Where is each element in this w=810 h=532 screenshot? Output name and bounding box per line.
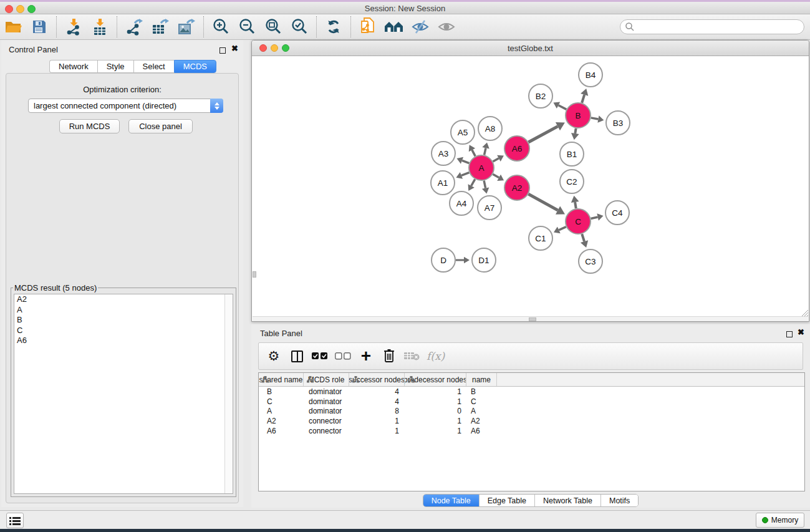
edge-B-B1[interactable] — [575, 128, 576, 133]
cell-predecessor-nodes: 1 — [405, 397, 466, 406]
table-row[interactable]: Adominator80A — [259, 407, 804, 417]
open-session-file-icon[interactable] — [357, 16, 378, 37]
export-image-icon[interactable] — [176, 16, 197, 37]
column-header-filler — [497, 373, 804, 386]
edge-A-A2[interactable] — [493, 174, 499, 178]
toolbar-separator — [350, 16, 351, 37]
edge-B-B2[interactable] — [559, 105, 567, 110]
table-row[interactable]: Bdominator41B — [259, 387, 804, 397]
add-column-icon[interactable]: + — [357, 347, 375, 365]
mcds-result-list[interactable]: A2ABCA6 — [14, 294, 233, 494]
dropdown-stepper-icon — [210, 99, 223, 113]
refresh-icon[interactable] — [323, 16, 344, 37]
edge-A-A1[interactable] — [461, 173, 469, 176]
network-window-titlebar[interactable]: testGlobe.txt — [252, 41, 809, 56]
mcds-list-scrollbar[interactable] — [224, 294, 233, 493]
edge-A-A8[interactable] — [485, 148, 486, 155]
float-table-panel-icon[interactable] — [786, 329, 793, 340]
search-box[interactable] — [620, 19, 804, 34]
arrowhead-A-A7 — [482, 187, 489, 193]
delete-column-icon[interactable] — [380, 347, 398, 365]
graph-node-label-A8: A8 — [485, 124, 496, 133]
network-horizontal-scroll-thumb[interactable] — [529, 317, 536, 321]
close-panel-button[interactable]: Close panel — [128, 119, 193, 133]
cell-successor-nodes: 4 — [349, 397, 405, 406]
mcds-result-item[interactable]: C — [14, 326, 233, 336]
edge-A-A6[interactable] — [493, 158, 498, 162]
table-settings-icon[interactable]: ⚙ — [265, 347, 282, 365]
table-row[interactable]: A6connector11A6 — [259, 426, 804, 436]
mcds-result-item[interactable]: A2 — [14, 294, 233, 305]
column-header-successor-nodes[interactable]: successor nodes — [349, 373, 405, 386]
network-canvas[interactable]: B4B2BB3A8A5A6A3B1AC2A1A2A4A7C4CC1DD1C3 — [253, 56, 808, 317]
save-session-icon[interactable] — [29, 16, 50, 37]
mcds-result-item[interactable]: A6 — [14, 336, 233, 346]
cell-shared-name: C — [259, 397, 304, 406]
mcds-result-item[interactable]: B — [14, 315, 233, 326]
control-tab-network[interactable]: Network — [49, 60, 97, 73]
cell-successor-nodes: 8 — [349, 407, 405, 415]
edge-A-A5[interactable] — [472, 150, 475, 156]
tab-motifs[interactable]: Motifs — [601, 495, 638, 506]
network-graph[interactable]: B4B2BB3A8A5A6A3B1AC2A1A2A4A7C4CC1DD1C3 — [253, 56, 808, 317]
select-all-columns-icon[interactable] — [311, 347, 329, 365]
show-graphics-details-icon[interactable] — [436, 16, 457, 37]
column-header-MCDS-role[interactable]: MCDS role — [304, 373, 349, 386]
tab-network-table[interactable]: Network Table — [535, 495, 601, 506]
cell-predecessor-nodes: 1 — [405, 387, 466, 396]
split-panel-icon[interactable] — [288, 347, 306, 365]
import-table-icon[interactable] — [89, 16, 110, 37]
table-header-row: shared nameMCDS rolesuccessor nodesprede… — [259, 373, 804, 387]
edge-C-C2[interactable] — [575, 202, 576, 208]
control-tab-style[interactable]: Style — [97, 60, 133, 73]
edge-A-A4[interactable] — [471, 179, 475, 186]
deselect-all-columns-icon[interactable] — [334, 347, 352, 365]
edge-A6-B[interactable] — [528, 127, 557, 142]
edge-C-C4[interactable] — [591, 217, 597, 218]
export-network-icon[interactable] — [123, 16, 145, 37]
column-header-shared-name[interactable]: shared name — [259, 373, 304, 386]
column-header-name[interactable]: name — [466, 373, 497, 386]
run-mcds-button[interactable]: Run MCDS — [59, 119, 120, 133]
function-builder-icon[interactable]: f(x) — [427, 347, 445, 365]
edge-C-C1[interactable] — [559, 227, 566, 230]
control-tab-select[interactable]: Select — [133, 60, 174, 73]
control-tab-mcds[interactable]: MCDS — [174, 60, 216, 73]
close-panel-icon[interactable]: ✖ — [231, 46, 238, 52]
zoom-fit-icon[interactable] — [263, 16, 284, 37]
network-vertical-scroll-thumb[interactable] — [253, 271, 256, 278]
edge-A-A3[interactable] — [462, 160, 469, 163]
memory-button[interactable]: Memory — [756, 513, 804, 528]
search-input[interactable] — [635, 21, 804, 32]
table-row[interactable]: Cdominator41C — [259, 397, 804, 407]
task-history-button[interactable] — [6, 513, 24, 528]
clear-table-icon[interactable] — [403, 347, 421, 365]
mcds-result-item[interactable]: A — [14, 305, 233, 316]
float-panel-icon[interactable] — [219, 45, 226, 56]
cell-shared-name: A6 — [259, 427, 304, 435]
optimization-criterion-dropdown[interactable]: largest connected component (directed) — [28, 99, 223, 113]
home-icon[interactable] — [383, 16, 405, 37]
zoom-in-icon[interactable] — [210, 16, 231, 37]
column-header-predecessor-nodes[interactable]: predecessor nodes — [405, 373, 466, 386]
window-resize-handle[interactable] — [801, 309, 808, 316]
graph-node-label-A6: A6 — [512, 144, 523, 153]
edge-B-B4[interactable] — [582, 95, 584, 103]
table-row[interactable]: A2connector11A2 — [259, 416, 804, 426]
zoom-out-icon[interactable] — [236, 16, 258, 37]
open-folder-icon[interactable] — [2, 16, 24, 37]
close-table-panel-icon[interactable]: ✖ — [798, 329, 804, 336]
network-horizontal-scrollbar[interactable] — [253, 316, 808, 321]
edge-C-C3[interactable] — [582, 234, 584, 241]
edge-A2-C[interactable] — [528, 194, 557, 210]
export-table-icon[interactable] — [150, 16, 171, 37]
import-network-icon[interactable] — [63, 16, 84, 37]
edge-B-B3[interactable] — [591, 118, 599, 119]
zoom-selected-icon[interactable] — [289, 16, 310, 37]
cell-MCDS-role: dominator — [304, 397, 349, 406]
tab-node-table[interactable]: Node Table — [423, 495, 480, 506]
edge-A-A7[interactable] — [484, 181, 485, 188]
tab-edge-table[interactable]: Edge Table — [480, 495, 535, 506]
graph-node-label-A4: A4 — [456, 199, 467, 208]
hide-graphics-details-icon[interactable] — [410, 16, 431, 37]
